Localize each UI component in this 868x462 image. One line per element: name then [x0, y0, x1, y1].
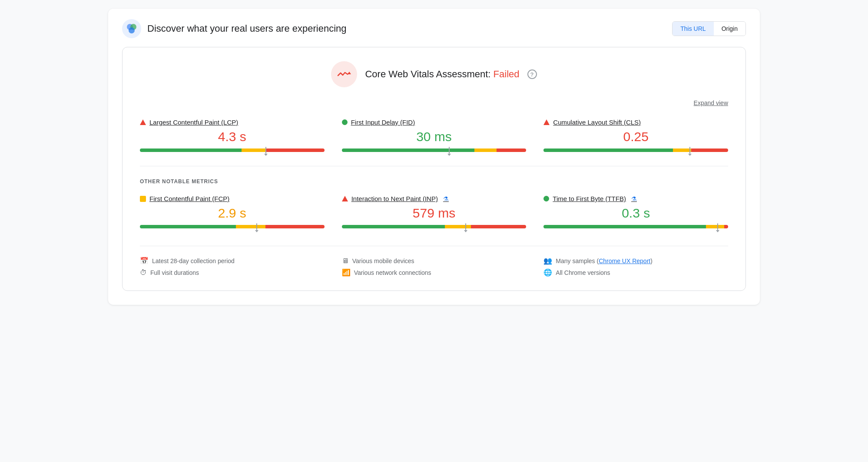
- progress-bar-ttfb: [543, 225, 728, 228]
- devices-icon: 🖥: [342, 257, 349, 265]
- assessment-label: Core Web Vitals Assessment:: [365, 69, 490, 79]
- footer-item-samples: 👥 Many samples (Chrome UX Report): [543, 257, 728, 265]
- progress-bar-lcp: [140, 148, 325, 152]
- page-wrapper: Discover what your real users are experi…: [108, 9, 760, 305]
- bar-marker-fid: [449, 147, 450, 154]
- bar-marker-inp: [465, 223, 466, 230]
- metric-item-fcp: First Contentful Paint (FCP)2.9 s: [140, 195, 325, 228]
- metric-label-text-lcp: Largest Contentful Paint (LCP): [149, 119, 238, 126]
- metric-label-fid[interactable]: First Input Delay (FID): [342, 119, 527, 126]
- bar-green-fid: [342, 148, 475, 152]
- metric-value-fcp: 2.9 s: [140, 206, 325, 221]
- samples-icon: 👥: [543, 257, 552, 265]
- circle-green-icon: [342, 119, 348, 125]
- bar-red-inp: [471, 225, 526, 228]
- metric-value-inp: 579 ms: [342, 206, 527, 221]
- metric-value-fid: 30 ms: [342, 129, 527, 144]
- progress-bar-fid: [342, 148, 527, 152]
- metric-value-ttfb: 0.3 s: [543, 206, 728, 221]
- assessment-status: Failed: [494, 69, 520, 79]
- triangle-red-icon: [140, 119, 146, 125]
- footer-item-collection: 📅 Latest 28-day collection period: [140, 257, 325, 265]
- other-metrics-grid: First Contentful Paint (FCP)2.9 sInterac…: [140, 195, 728, 228]
- metric-label-cls[interactable]: Cumulative Layout Shift (CLS): [543, 119, 728, 126]
- bar-orange-fid: [474, 148, 497, 152]
- bar-marker-lcp: [265, 147, 266, 154]
- bar-orange-inp: [445, 225, 470, 228]
- calendar-icon: 📅: [140, 257, 149, 265]
- metric-label-text-ttfb: Time to First Byte (TTFB): [553, 195, 626, 202]
- header-title: Discover what your real users are experi…: [147, 23, 347, 34]
- svg-point-2: [129, 27, 135, 33]
- main-card: Core Web Vitals Assessment: Failed ? Exp…: [122, 47, 746, 291]
- assessment-title: Core Web Vitals Assessment: Failed: [365, 69, 519, 80]
- this-url-button[interactable]: This URL: [673, 22, 713, 36]
- url-toggle: This URL Origin: [672, 21, 746, 36]
- bar-orange-ttfb: [706, 225, 724, 228]
- assessment-failed-icon: [331, 61, 357, 87]
- bar-red-cls: [691, 148, 728, 152]
- bar-green-inp: [342, 225, 445, 228]
- bar-green-cls: [543, 148, 673, 152]
- bar-red-fcp: [265, 225, 325, 228]
- metric-label-text-inp: Interaction to Next Paint (INP): [351, 195, 438, 202]
- square-orange-icon: [140, 196, 146, 202]
- footer-item-devices: 🖥 Various mobile devices: [342, 257, 527, 265]
- timer-icon: ⏱: [140, 269, 147, 277]
- metric-label-text-fid: First Input Delay (FID): [351, 119, 415, 126]
- bar-marker-cls: [689, 147, 690, 154]
- bar-orange-fcp: [236, 225, 265, 228]
- footer-item-durations: ⏱ Full visit durations: [140, 268, 325, 277]
- footer-chrome-text: All Chrome versions: [556, 269, 610, 276]
- assessment-header: Core Web Vitals Assessment: Failed ?: [140, 61, 728, 87]
- expand-view-button[interactable]: Expand view: [694, 99, 728, 106]
- origin-button[interactable]: Origin: [714, 22, 745, 36]
- divider: [140, 166, 728, 166]
- metric-value-lcp: 4.3 s: [140, 129, 325, 144]
- bar-marker-fcp: [256, 223, 257, 230]
- progress-bar-fcp: [140, 225, 325, 228]
- bar-red-ttfb: [724, 225, 728, 228]
- other-metrics-section-header: OTHER NOTABLE METRICS: [140, 178, 728, 185]
- progress-bar-inp: [342, 225, 527, 228]
- expand-view-row: Expand view: [140, 99, 728, 106]
- flask-icon: ⚗: [443, 195, 449, 202]
- bar-orange-cls: [673, 148, 691, 152]
- metric-item-inp: Interaction to Next Paint (INP)⚗579 ms: [342, 195, 527, 228]
- metric-label-fcp[interactable]: First Contentful Paint (FCP): [140, 195, 325, 202]
- triangle-red-icon: [543, 119, 550, 125]
- footer-item-chrome: 🌐 All Chrome versions: [543, 268, 728, 277]
- metric-item-ttfb: Time to First Byte (TTFB)⚗0.3 s: [543, 195, 728, 228]
- chrome-ux-report-link[interactable]: Chrome UX Report: [599, 257, 650, 264]
- metric-label-ttfb[interactable]: Time to First Byte (TTFB)⚗: [543, 195, 728, 202]
- metric-value-cls: 0.25: [543, 129, 728, 144]
- footer-item-network: 📶 Various network connections: [342, 268, 527, 277]
- header-left: Discover what your real users are experi…: [122, 19, 347, 38]
- header: Discover what your real users are experi…: [122, 19, 746, 38]
- metric-label-text-cls: Cumulative Layout Shift (CLS): [553, 119, 641, 126]
- footer-network-text: Various network connections: [354, 269, 431, 276]
- metric-label-inp[interactable]: Interaction to Next Paint (INP)⚗: [342, 195, 527, 202]
- help-icon[interactable]: ?: [527, 69, 537, 79]
- core-metrics-grid: Largest Contentful Paint (LCP)4.3 sFirst…: [140, 119, 728, 152]
- circle-green-icon: [543, 196, 549, 201]
- footer-info: 📅 Latest 28-day collection period 🖥 Vari…: [140, 246, 728, 277]
- bar-green-lcp: [140, 148, 242, 152]
- footer-samples-text: Many samples (Chrome UX Report): [556, 257, 653, 264]
- footer-devices-text: Various mobile devices: [352, 257, 414, 264]
- metric-label-lcp[interactable]: Largest Contentful Paint (LCP): [140, 119, 325, 126]
- bar-green-ttfb: [543, 225, 706, 228]
- bar-green-fcp: [140, 225, 236, 228]
- chrome-icon: 🌐: [543, 268, 552, 277]
- network-icon: 📶: [342, 268, 351, 277]
- triangle-red-icon: [342, 196, 348, 201]
- metric-item-lcp: Largest Contentful Paint (LCP)4.3 s: [140, 119, 325, 152]
- bar-orange-lcp: [242, 148, 265, 152]
- footer-collection-text: Latest 28-day collection period: [152, 257, 235, 264]
- footer-durations-text: Full visit durations: [150, 269, 199, 276]
- progress-bar-cls: [543, 148, 728, 152]
- metric-label-text-fcp: First Contentful Paint (FCP): [149, 195, 229, 202]
- metric-item-cls: Cumulative Layout Shift (CLS)0.25: [543, 119, 728, 152]
- svg-marker-3: [348, 72, 351, 74]
- bar-red-fid: [497, 148, 526, 152]
